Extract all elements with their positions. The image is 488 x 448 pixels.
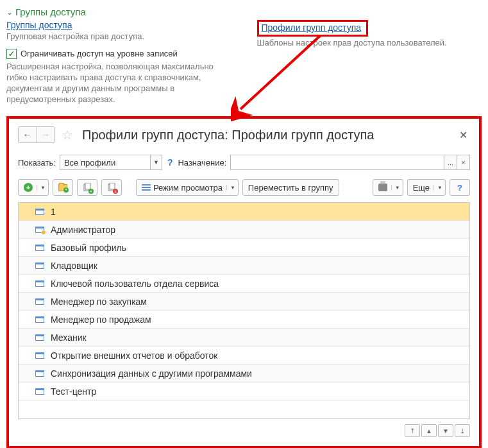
purpose-field[interactable]	[231, 155, 444, 169]
profile-icon	[35, 388, 44, 395]
profiles-grid: 1АдминистраторБазовый профильКладовщикКл…	[18, 202, 470, 419]
add-button[interactable]: + ▼	[18, 179, 49, 196]
more-label: Еще	[413, 183, 430, 193]
profiles-link-highlight: Профили групп доступа	[257, 20, 369, 37]
scroll-up-button[interactable]: ▲	[421, 424, 437, 437]
more-dropdown-icon[interactable]: ▼	[433, 185, 442, 191]
close-icon[interactable]: ✕	[457, 129, 470, 141]
profile-icon	[35, 352, 44, 359]
table-row[interactable]: Открытие внешних отчетов и обработок	[19, 347, 469, 365]
row-icon-cell	[22, 334, 44, 341]
table-row[interactable]: Базовый профиль	[19, 239, 469, 257]
row-icon-cell	[22, 388, 44, 395]
nav-buttons: ← →	[18, 126, 55, 143]
profiles-window: ← → ☆ Профили групп доступа: Профили гру…	[6, 116, 482, 448]
row-label: 1	[51, 207, 56, 217]
help-icon: ?	[457, 183, 462, 193]
scroll-bottom-button[interactable]: ⤓	[455, 424, 470, 437]
folder-plus-badge-icon: +	[63, 187, 69, 193]
show-help-icon[interactable]: ?	[166, 157, 174, 168]
row-icon-cell	[22, 263, 44, 269]
table-row[interactable]: Тест-центр	[19, 383, 469, 401]
scroll-top-button[interactable]: ⤒	[405, 424, 420, 437]
show-combo-dropdown-icon[interactable]: ▼	[150, 155, 162, 169]
row-icon-cell	[22, 316, 44, 323]
row-icon-cell	[22, 298, 44, 305]
restrict-records-checkbox[interactable]: ✓	[6, 49, 17, 59]
section-header[interactable]: ⌄ Группы доступа	[6, 6, 482, 17]
profile-icon	[35, 334, 44, 341]
delete-icon: ×	[107, 183, 116, 192]
row-label: Базовый профиль	[51, 243, 126, 253]
table-row[interactable]: Синхронизация данных с другими программа…	[19, 365, 469, 383]
row-label: Менеджер по закупкам	[51, 297, 147, 307]
row-icon-cell	[22, 227, 44, 233]
table-row[interactable]: Кладовщик	[19, 257, 469, 275]
profile-icon	[35, 316, 44, 323]
extended-desc: Расширенная настройка, позволяющая макси…	[6, 62, 231, 105]
add-dropdown-icon[interactable]: ▼	[37, 185, 46, 191]
view-mode-button[interactable]: Режим просмотра ▼	[136, 179, 239, 196]
row-label: Кладовщик	[51, 261, 97, 271]
view-mode-dropdown-icon[interactable]: ▼	[226, 185, 235, 191]
add-folder-button[interactable]: +	[53, 179, 73, 196]
profile-icon	[35, 298, 44, 305]
profile-icon	[35, 209, 44, 215]
show-combo-value: Все профили	[60, 155, 150, 169]
copy-plus-badge-icon: +	[88, 189, 94, 194]
row-label: Ключевой пользователь отдела сервиса	[51, 279, 219, 289]
show-combo[interactable]: Все профили ▼	[60, 155, 162, 170]
row-icon-cell	[22, 245, 44, 251]
row-label: Администратор	[51, 225, 115, 235]
move-to-group-button[interactable]: Переместить в группу	[242, 179, 339, 196]
row-label: Менеджер по продажам	[51, 314, 151, 325]
print-icon	[378, 184, 387, 191]
folder-icon: +	[58, 184, 67, 191]
view-mode-label: Режим просмотра	[153, 183, 223, 193]
chevron-down-icon: ⌄	[6, 8, 13, 17]
copy-button[interactable]: +	[77, 179, 97, 196]
row-label: Тест-центр	[51, 386, 96, 397]
purpose-label: Назначение:	[178, 158, 226, 168]
nav-back-button[interactable]: ←	[19, 127, 37, 142]
access-groups-desc: Групповая настройка прав доступа.	[6, 31, 231, 42]
table-row[interactable]: Механик	[19, 329, 469, 347]
scroll-down-button[interactable]: ▼	[438, 424, 453, 437]
profile-icon	[35, 227, 44, 233]
row-label: Синхронизация данных с другими программа…	[51, 368, 252, 379]
table-row[interactable]: Менеджер по закупкам	[19, 293, 469, 311]
access-profiles-desc: Шаблоны настроек прав доступа пользовате…	[257, 38, 482, 49]
show-label: Показать:	[18, 158, 56, 168]
row-icon-cell	[22, 280, 44, 287]
row-icon-cell	[22, 370, 44, 377]
move-to-group-label: Переместить в группу	[248, 183, 333, 193]
grid-empty-space	[19, 401, 469, 418]
row-label: Открытие внешних отчетов и обработок	[51, 350, 217, 361]
more-button[interactable]: Еще ▼	[407, 179, 446, 196]
table-row[interactable]: 1	[19, 203, 469, 221]
access-profiles-link[interactable]: Профили групп доступа	[262, 22, 362, 33]
nav-forward-button[interactable]: →	[37, 127, 55, 142]
print-dropdown-icon[interactable]: ▼	[391, 185, 400, 191]
row-icon-cell	[22, 352, 44, 359]
table-row[interactable]: Менеджер по продажам	[19, 311, 469, 329]
purpose-choose-button[interactable]: ...	[444, 155, 457, 169]
copy-icon: +	[83, 183, 92, 192]
purpose-input[interactable]: ... ×	[230, 155, 470, 170]
purpose-clear-button[interactable]: ×	[457, 155, 469, 169]
restrict-records-label: Ограничивать доступ на уровне записей	[21, 49, 178, 58]
delete-button[interactable]: ×	[101, 179, 122, 196]
help-button[interactable]: ?	[450, 179, 470, 196]
list-icon	[142, 184, 151, 191]
profile-icon	[35, 263, 44, 269]
favorite-star-icon[interactable]: ☆	[62, 127, 73, 142]
profile-icon	[35, 280, 44, 287]
row-icon-cell	[22, 209, 44, 215]
window-title: Профили групп доступа: Профили групп дос…	[82, 128, 374, 142]
print-button[interactable]: ▼	[373, 179, 403, 196]
table-row[interactable]: Ключевой пользователь отдела сервиса	[19, 275, 469, 293]
profile-icon	[35, 370, 44, 377]
profile-icon	[35, 245, 44, 251]
table-row[interactable]: Администратор	[19, 221, 469, 239]
access-groups-link[interactable]: Группы доступа	[6, 20, 72, 30]
